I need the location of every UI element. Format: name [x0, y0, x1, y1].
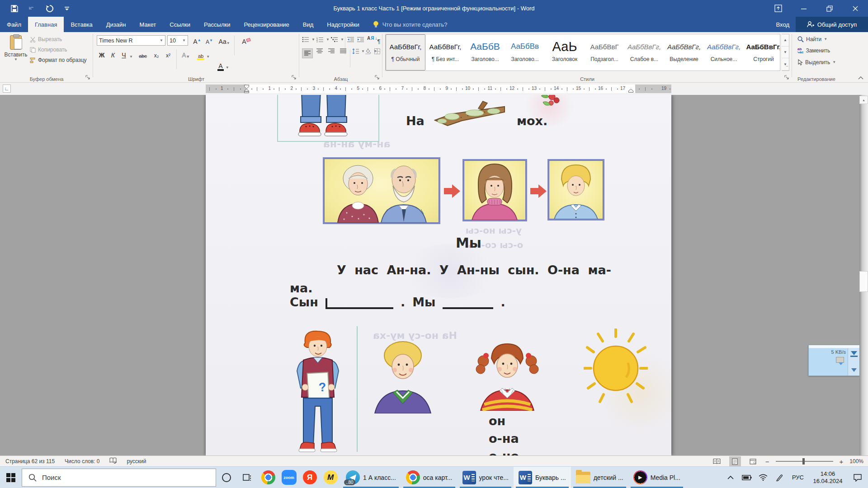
yandex-shortcut[interactable]: Я [299, 467, 320, 488]
clipboard-dialog-launcher[interactable] [85, 75, 91, 81]
styles-scroll-up-icon[interactable]: ▲ [782, 34, 789, 47]
document-page[interactable]: ан-му ан-на у-сы но-сы о-сы со-мы На но-… [206, 95, 671, 455]
ribbon-tab[interactable]: Вставка [64, 17, 99, 32]
tab-selector[interactable]: ∟ [3, 84, 11, 93]
clear-formatting-button[interactable]: А [238, 35, 250, 46]
shrink-font-button[interactable]: А▼ [204, 35, 214, 46]
zoom-in-button[interactable]: + [840, 458, 844, 465]
task-view-button[interactable] [237, 467, 258, 488]
taskbar-app-telegram[interactable]: ..80 1 А класс... [341, 467, 401, 488]
zoom-level[interactable]: 100% [849, 458, 863, 465]
zoom-slider-thumb[interactable] [802, 458, 805, 465]
zoom-out-button[interactable]: − [765, 458, 769, 465]
find-button[interactable]: Найти▼ [797, 36, 827, 42]
download-icon[interactable] [851, 351, 857, 355]
text-effects-button[interactable]: А▼ [180, 49, 192, 60]
web-layout-button[interactable] [747, 456, 759, 466]
styles-scroll-down-icon[interactable]: ▼ [782, 47, 789, 59]
underline-dropdown[interactable]: ▼ [128, 49, 134, 60]
show-marks-button[interactable]: ¶ [375, 35, 382, 46]
taskbar-app-folder[interactable]: детский ... [571, 467, 628, 488]
grow-font-button[interactable]: А▲ [192, 35, 203, 46]
taskbar-app-word-2[interactable]: W Букварь ... [514, 467, 571, 488]
share-button[interactable]: Общий доступ [796, 17, 868, 32]
taskbar-app-word-1[interactable]: W урок чте... [458, 467, 514, 488]
ribbon-tab[interactable]: Дизайн [99, 17, 133, 32]
sign-in-button[interactable]: Вход [773, 17, 793, 32]
style-item[interactable]: АаБбВвГг, Слабое в... [624, 34, 664, 70]
format-painter-button[interactable]: Формат по образцу [30, 57, 87, 63]
minimize-icon[interactable] [791, 0, 816, 17]
tray-expand-icon[interactable] [722, 467, 739, 488]
language-switcher[interactable]: РУС [788, 467, 808, 488]
paste-dropdown[interactable]: ▼ [14, 58, 18, 61]
taskbar-clock[interactable]: 14:06 16.04.2024 [808, 467, 847, 488]
close-icon[interactable] [843, 0, 868, 17]
font-dialog-launcher[interactable] [292, 75, 297, 81]
styles-dialog-launcher[interactable] [784, 75, 790, 81]
style-item[interactable]: АаЬ Заголовок [545, 34, 585, 70]
speed-widget[interactable]: 5 KB/s [808, 345, 860, 376]
action-center-button[interactable] [847, 467, 868, 488]
scroll-up-icon[interactable]: ▲ [859, 96, 868, 104]
ribbon-tab[interactable]: Главная [28, 17, 64, 32]
expand-down-icon[interactable] [851, 368, 857, 372]
superscript-button[interactable]: x² [163, 49, 174, 60]
multilevel-list-button[interactable]: ▼ [331, 37, 344, 42]
vertical-scrollbar[interactable]: ▲ [859, 95, 868, 455]
numbering-button[interactable]: 123▼ [316, 37, 330, 42]
word-count[interactable]: Число слов: 0 [65, 458, 99, 465]
styles-more-icon[interactable]: ▼̲ [782, 58, 789, 70]
style-item[interactable]: АаБбВвГг, Строгий [744, 34, 780, 70]
taskbar-search[interactable]: Поиск [22, 469, 216, 487]
font-size-combo[interactable]: 10▼ [167, 35, 188, 46]
align-left-button[interactable] [302, 48, 313, 58]
horizontal-ruler[interactable]: 1 1234567891011121314151617 19 [206, 84, 671, 93]
style-item[interactable]: АаБбВвГг, Сильное... [704, 34, 744, 70]
style-item[interactable]: АаБбВ Заголово... [465, 34, 505, 70]
italic-button[interactable]: К [108, 49, 118, 60]
decrease-indent-button[interactable] [347, 37, 354, 42]
style-item[interactable]: АаБбВв Заголово... [505, 34, 545, 70]
copy-button[interactable]: Копировать [30, 47, 67, 53]
ribbon-tab[interactable]: Вид [296, 17, 321, 32]
read-mode-button[interactable] [711, 456, 723, 466]
underline-button[interactable]: Ч [119, 49, 128, 60]
language-indicator[interactable]: русский [127, 458, 146, 465]
font-color-button[interactable]: А▼ [216, 60, 231, 70]
right-indent-marker[interactable] [628, 89, 634, 93]
replace-button[interactable]: ab⤷ac Заменить [797, 47, 830, 54]
subscript-button[interactable]: x₂ [151, 49, 162, 60]
font-family-combo[interactable]: Times New R▼ [97, 35, 165, 46]
ribbon-tab[interactable]: Надстройки [320, 17, 366, 32]
zoom-slider[interactable] [776, 461, 833, 462]
highlight-button[interactable]: ab▼ [196, 49, 212, 60]
proofing-icon[interactable] [109, 457, 117, 465]
ribbon-tab[interactable]: Рецензирование [237, 17, 296, 32]
yandex-music-shortcut[interactable]: M [320, 467, 341, 488]
ribbon-tab[interactable]: Макет [132, 17, 163, 32]
page-indicator[interactable]: Страница 62 из 115 [5, 458, 55, 465]
ribbon-display-options-icon[interactable] [765, 0, 791, 17]
strikethrough-button[interactable]: abc [137, 49, 149, 60]
paste-button[interactable]: Вставить ▼ [4, 34, 28, 72]
scrollbar-thumb[interactable] [859, 271, 868, 292]
left-indent-marker[interactable] [244, 84, 250, 93]
paragraph-dialog-launcher[interactable] [375, 75, 381, 81]
zoom-app-shortcut[interactable]: zoom [278, 467, 299, 488]
start-button[interactable] [0, 467, 22, 488]
cut-button[interactable]: Вырезать [30, 36, 62, 42]
align-center-button[interactable] [315, 48, 325, 54]
cortana-button[interactable] [216, 467, 237, 488]
line-spacing-button[interactable]: ▼ [352, 48, 365, 54]
tell-me[interactable]: Что вы хотите сделать? [366, 17, 454, 32]
style-item[interactable]: АаБбВвГг, ¶ Обычный [386, 34, 425, 70]
collapse-ribbon-icon[interactable] [858, 75, 863, 81]
style-item[interactable]: АаБбВвГ Подзагол... [585, 34, 624, 70]
ribbon-tab[interactable]: Рассылки [197, 17, 237, 32]
bullets-button[interactable]: ▼ [302, 37, 315, 42]
battery-icon[interactable] [739, 467, 755, 488]
justify-button[interactable] [338, 48, 348, 54]
style-item[interactable]: АаБбВвГг, ¶ Без инт... [425, 34, 465, 70]
pen-icon[interactable] [771, 467, 788, 488]
